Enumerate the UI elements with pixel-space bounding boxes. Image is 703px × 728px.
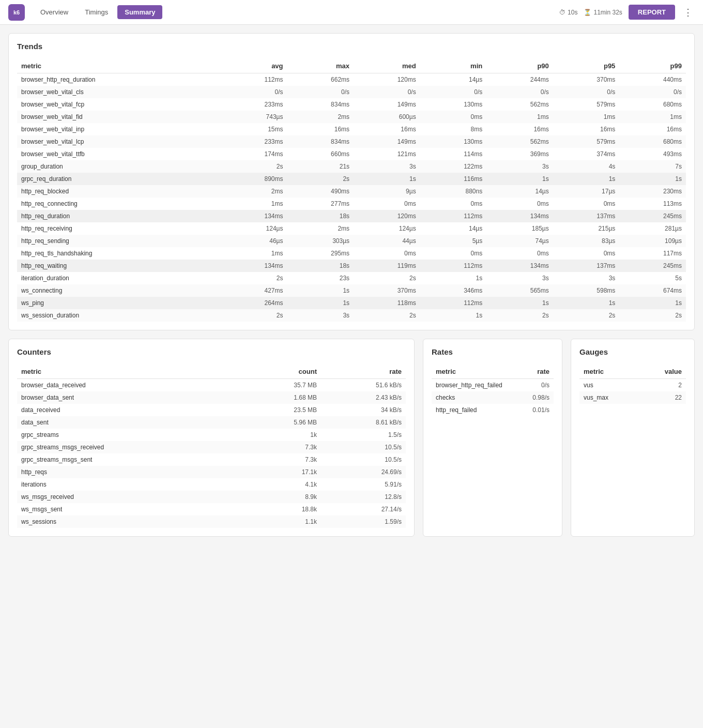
table-cell: 1ms	[553, 111, 620, 123]
table-cell: 2s	[287, 173, 354, 185]
table-cell: 120ms	[354, 210, 420, 222]
tab-summary[interactable]: Summary	[117, 5, 162, 19]
rates-col-metric: metric	[432, 365, 523, 379]
table-cell: ws_session_duration	[17, 309, 221, 322]
table-cell: 130ms	[420, 135, 487, 148]
table-cell: 10.5/s	[321, 453, 406, 466]
rates-section: Rates metric rate browser_http_req_faile…	[423, 339, 562, 537]
table-cell: 23.5 MB	[243, 404, 321, 416]
col-med: med	[354, 59, 420, 73]
counters-col-metric: metric	[17, 365, 243, 379]
table-cell: 277ms	[287, 198, 354, 210]
table-cell: ws_sessions	[17, 515, 243, 528]
table-cell: 0ms	[486, 247, 553, 260]
table-cell: ws_msgs_received	[17, 491, 243, 503]
table-row: group_duration2s21s3s122ms3s4s7s	[17, 160, 686, 173]
gauges-table: metric value vus2vus_max22	[579, 365, 686, 404]
table-cell: 117ms	[619, 247, 686, 260]
table-row: ws_msgs_received8.9k12.8/s	[17, 491, 406, 503]
table-cell: 490ms	[287, 185, 354, 198]
main-content: Trends metric avg max med min p90 p95 p9…	[0, 25, 703, 553]
table-cell: 174ms	[221, 148, 287, 160]
table-row: http_reqs17.1k24.69/s	[17, 466, 406, 478]
table-row: http_req_connecting1ms277ms0ms0ms0ms0ms1…	[17, 198, 686, 210]
col-p95: p95	[553, 59, 620, 73]
tab-overview[interactable]: Overview	[33, 5, 75, 19]
table-cell: 137ms	[553, 210, 620, 222]
table-cell: 14µs	[420, 73, 487, 86]
table-cell: 2.43 kB/s	[321, 391, 406, 404]
table-cell: 0/s	[287, 86, 354, 98]
table-cell: http_req_connecting	[17, 198, 221, 210]
table-cell: 264ms	[221, 297, 287, 309]
table-cell: 230ms	[619, 185, 686, 198]
table-row: ws_session_duration2s3s2s1s2s2s2s	[17, 309, 686, 322]
table-cell: 1s	[420, 309, 487, 322]
table-cell: 369ms	[486, 148, 553, 160]
table-cell: grpc_streams	[17, 429, 243, 441]
table-cell: 1s	[420, 272, 487, 284]
table-cell: 18s	[287, 260, 354, 272]
table-cell: 0.01/s	[523, 404, 554, 416]
table-cell: 9µs	[354, 185, 420, 198]
table-cell: 121ms	[354, 148, 420, 160]
table-cell: data_received	[17, 404, 243, 416]
table-cell: 118ms	[354, 297, 420, 309]
table-cell: vus_max	[579, 391, 639, 404]
rates-header-row: metric rate	[432, 365, 554, 379]
counters-section: Counters metric count rate browser_data_…	[8, 339, 415, 537]
table-row: http_req_waiting134ms18s119ms112ms134ms1…	[17, 260, 686, 272]
table-row: data_sent5.96 MB8.61 kB/s	[17, 416, 406, 429]
table-cell: 3s	[287, 309, 354, 322]
table-row: grpc_streams_msgs_sent7.3k10.5/s	[17, 453, 406, 466]
table-cell: browser_web_vital_fid	[17, 111, 221, 123]
table-cell: 8.9k	[243, 491, 321, 503]
table-row: http_req_sending46µs303µs44µs5µs74µs83µs…	[17, 235, 686, 247]
table-cell: 834ms	[287, 98, 354, 111]
table-cell: browser_data_received	[17, 379, 243, 392]
table-cell: 0ms	[354, 247, 420, 260]
tab-timings[interactable]: Timings	[78, 5, 115, 19]
table-cell: 1ms	[486, 111, 553, 123]
report-button[interactable]: REPORT	[629, 5, 675, 20]
table-cell: 1s	[354, 173, 420, 185]
table-cell: vus	[579, 379, 639, 392]
table-cell: 562ms	[486, 98, 553, 111]
table-cell: 34 kB/s	[321, 404, 406, 416]
header-right: ⏱ 10s ⏳ 11min 32s REPORT ⋮	[559, 5, 695, 20]
table-cell: 562ms	[486, 135, 553, 148]
table-cell: 122ms	[420, 160, 487, 173]
table-cell: 124µs	[354, 222, 420, 235]
table-cell: 660ms	[287, 148, 354, 160]
table-cell: 124µs	[221, 222, 287, 235]
table-cell: 130ms	[420, 98, 487, 111]
table-cell: 0/s	[619, 86, 686, 98]
table-cell: 370ms	[354, 284, 420, 297]
table-cell: 116ms	[420, 173, 487, 185]
table-cell: 565ms	[486, 284, 553, 297]
table-cell: 0ms	[486, 198, 553, 210]
more-button[interactable]: ⋮	[681, 5, 695, 20]
table-cell: 16ms	[486, 123, 553, 135]
col-max: max	[287, 59, 354, 73]
trends-header-row: metric avg max med min p90 p95 p99	[17, 59, 686, 73]
table-cell: browser_web_vital_ttfb	[17, 148, 221, 160]
table-cell: 3s	[553, 272, 620, 284]
table-cell: 18.8k	[243, 503, 321, 515]
timer-value: 10s	[568, 9, 577, 16]
logo: k6	[8, 4, 25, 21]
table-cell: 3s	[486, 160, 553, 173]
table-cell: 890ms	[221, 173, 287, 185]
table-cell: 24.69/s	[321, 466, 406, 478]
table-row: iteration_duration2s23s2s1s3s3s5s	[17, 272, 686, 284]
table-cell: 0/s	[354, 86, 420, 98]
table-row: browser_web_vital_lcp233ms834ms149ms130m…	[17, 135, 686, 148]
duration-value: 11min 32s	[593, 9, 622, 16]
table-cell: 215µs	[553, 222, 620, 235]
table-row: http_req_tls_handshaking1ms295ms0ms0ms0m…	[17, 247, 686, 260]
table-row: browser_web_vital_ttfb174ms660ms121ms114…	[17, 148, 686, 160]
table-cell: browser_web_vital_fcp	[17, 98, 221, 111]
table-cell: 114ms	[420, 148, 487, 160]
table-cell: 1s	[619, 173, 686, 185]
timer-info: ⏱ 10s ⏳ 11min 32s	[559, 9, 622, 16]
